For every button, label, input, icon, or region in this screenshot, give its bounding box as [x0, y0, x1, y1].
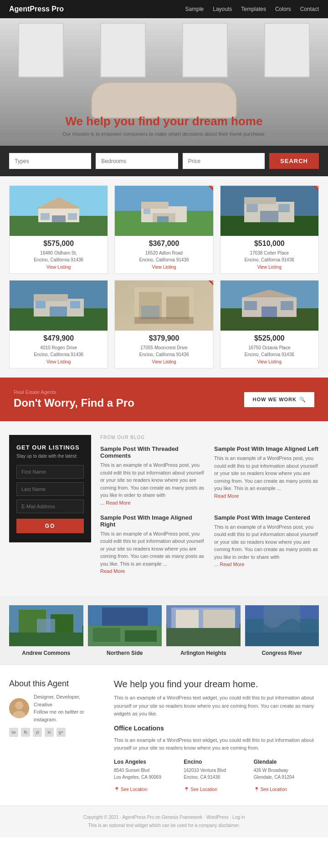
- listing-link-6[interactable]: View Listing: [224, 359, 315, 364]
- hero-subtitle: Our mission is to empower consumers to m…: [62, 131, 266, 137]
- googleplus-icon[interactable]: g+: [56, 728, 66, 737]
- hero-window-2: [100, 23, 146, 77]
- nav-contact[interactable]: Contact: [300, 6, 319, 12]
- listings-grid: $575,000 16480 Oldham St,Encino, Califor…: [9, 185, 319, 368]
- avatar-icon: [9, 698, 29, 718]
- last-name-input[interactable]: [16, 482, 84, 496]
- listing-link-1[interactable]: View Listing: [13, 265, 104, 270]
- svg-rect-7: [141, 202, 169, 209]
- listing-link-3[interactable]: View Listing: [224, 265, 315, 270]
- blog-column: FROM OUR BLOG Sample Post With Threaded …: [100, 435, 319, 582]
- office-link-la[interactable]: 📍 See Location: [114, 787, 179, 792]
- blog-read-more-3[interactable]: Read More: [100, 568, 125, 574]
- hero-window-4: [264, 23, 310, 77]
- nav-sample[interactable]: Sample: [185, 6, 204, 12]
- twitter-icon[interactable]: tw: [9, 728, 18, 737]
- svg-rect-48: [203, 610, 235, 628]
- office-item-la: Los Angeles 8540 Sunset Blvd Los Angeles…: [114, 759, 179, 792]
- listing-badge-5: HOT DEAL: [197, 281, 213, 289]
- blog-post-excerpt-3: This is an example of a WordPress post, …: [100, 530, 205, 568]
- footer: Copyright © 2021 · AgentPress Pro on Gen…: [0, 806, 328, 837]
- listing-card-5: HOT DEAL $379,900 17055 Mooncrest DriveE…: [114, 280, 213, 368]
- gallery-label-3: Arlington Heights: [166, 650, 241, 656]
- first-name-input[interactable]: [16, 465, 84, 479]
- about-title: About this Agent: [9, 679, 100, 689]
- hero-content: We help you find your dream home Our mis…: [62, 114, 266, 137]
- form-title: GET OUR LISTINGS: [16, 444, 84, 451]
- blog-read-more-1[interactable]: ... Read More: [100, 500, 131, 505]
- listing-link-4[interactable]: View Listing: [13, 359, 104, 364]
- about-right-text: This is an example of a WordPress text w…: [114, 694, 319, 718]
- listing-info-4: $479,900 4010 Rogen DriveEncino, Califor…: [10, 331, 108, 368]
- listing-card-6: $525,000 16750 Octavia PlaceEncino, Cali…: [220, 280, 319, 368]
- linkedin-icon[interactable]: in: [45, 728, 54, 737]
- gallery-photo-4: [245, 605, 319, 646]
- gallery-item-1: Andrew Commons: [9, 605, 83, 656]
- office-link-encino[interactable]: 📍 See Location: [184, 787, 249, 792]
- cta-sublabel: Real Estate Agents: [14, 389, 134, 395]
- listing-card-4: $479,900 4010 Rogen DriveEncino, Califor…: [9, 280, 108, 368]
- about-left: About this Agent Designer, Developer, Cr…: [9, 679, 100, 792]
- nav-colors[interactable]: Colors: [275, 6, 291, 12]
- avatar: [9, 698, 29, 718]
- listing-price-6: $525,000: [224, 334, 315, 342]
- blog-read-more-4[interactable]: ... Read More: [214, 562, 245, 567]
- office-city-encino: Encino: [184, 759, 249, 765]
- youtube-icon[interactable]: yt: [33, 728, 42, 737]
- search-button[interactable]: SEARCH: [269, 153, 319, 169]
- listing-price-4: $479,900: [13, 334, 104, 342]
- gallery-item-3: Arlington Heights: [166, 605, 241, 656]
- gallery-section: Andrew Commons Northern Side: [0, 596, 328, 665]
- types-input[interactable]: [9, 153, 91, 169]
- nav-logo: AgentPress Pro: [9, 5, 64, 13]
- cta-title: Don't Worry, Find a Pro: [14, 397, 134, 409]
- social-icons-row: tw fb yt in g+: [9, 728, 100, 737]
- blog-read-more-2[interactable]: Read More: [214, 493, 239, 499]
- office-city-la: Los Angeles: [114, 759, 179, 765]
- listing-address-6: 16750 Octavia PlaceEncino, California 91…: [224, 344, 315, 358]
- listing-image-5: HOT DEAL: [115, 281, 213, 331]
- nav-layouts[interactable]: Layouts: [213, 6, 232, 12]
- facebook-icon[interactable]: fb: [21, 728, 30, 737]
- blog-post-excerpt-1: This is an example of a WordPress post, …: [100, 461, 205, 499]
- blog-post-4: Sample Post With Image Centered This is …: [214, 514, 319, 575]
- gallery-svg-2: [88, 605, 161, 646]
- svg-rect-16: [278, 204, 290, 212]
- listing-price-2: $367,000: [118, 240, 209, 248]
- email-input[interactable]: [16, 500, 84, 513]
- listings-section: $575,000 16480 Oldham St,Encino, Califor…: [0, 176, 328, 378]
- blog-post-1: Sample Post With Threaded Comments This …: [100, 445, 205, 506]
- svg-marker-1: [36, 197, 82, 209]
- pin-icon-glendale: 📍: [254, 787, 259, 792]
- blog-post-3: Sample Post With Image Aligned Right Thi…: [100, 514, 205, 575]
- blog-post-excerpt-4: This is an example of a WordPress post, …: [214, 523, 319, 561]
- listing-card-3: NEW LISTING $510,000 17038 Cotter PlaceE…: [220, 185, 319, 274]
- cta-button[interactable]: HOW WE WORK 🔍: [244, 392, 314, 407]
- gallery-photo-2: [88, 605, 162, 646]
- badge-container-2: NEW LISTING: [190, 186, 213, 209]
- bedrooms-input[interactable]: [96, 153, 178, 169]
- listing-link-5[interactable]: View Listing: [118, 359, 209, 364]
- house-svg-2: [134, 193, 194, 229]
- office-link-glendale[interactable]: 📍 See Location: [254, 787, 319, 792]
- blog-post-2: Sample Post With Image Aligned Left This…: [214, 445, 319, 506]
- blog-form-section: GET OUR LISTINGS Stay up to date with th…: [0, 421, 328, 596]
- listing-card-1: $575,000 16480 Oldham St,Encino, Califor…: [9, 185, 108, 274]
- gallery-svg-3: [167, 605, 240, 646]
- svg-rect-4: [68, 213, 77, 220]
- office-address-glendale: 426 W Broadway Glendale, CA 91204: [254, 767, 319, 781]
- svg-rect-47: [176, 610, 199, 628]
- hero-sofa: [91, 82, 237, 118]
- signup-form-box: GET OUR LISTINGS Stay up to date with th…: [9, 435, 91, 542]
- hero-windows: [0, 23, 328, 77]
- listing-link-2[interactable]: View Listing: [118, 265, 209, 270]
- form-submit-button[interactable]: GO: [16, 519, 84, 533]
- badge-container-3: NEW LISTING: [296, 186, 318, 209]
- hero-title: We help you find your dream home: [62, 114, 266, 128]
- listing-info-5: $379,900 17055 Mooncrest DriveEncino, Ca…: [115, 331, 213, 368]
- badge-container-5: HOT DEAL: [190, 281, 213, 303]
- nav-templates[interactable]: Templates: [241, 6, 266, 12]
- svg-rect-28: [134, 317, 194, 324]
- svg-rect-39: [37, 619, 55, 633]
- price-input[interactable]: [183, 153, 265, 169]
